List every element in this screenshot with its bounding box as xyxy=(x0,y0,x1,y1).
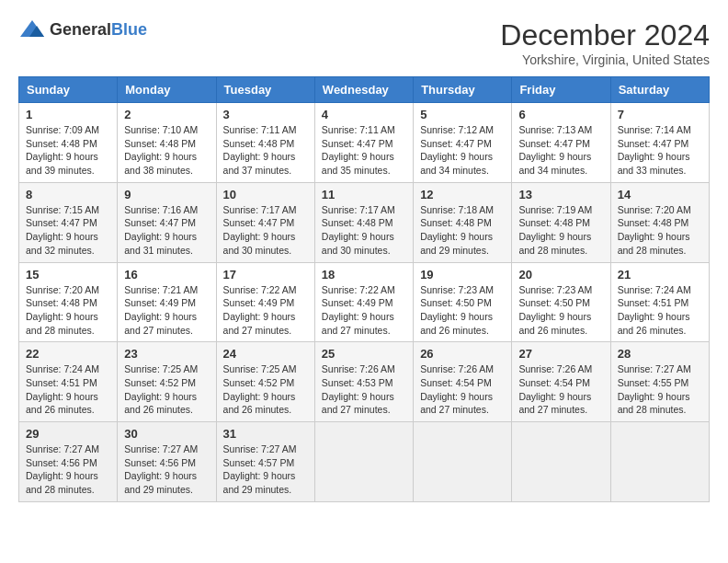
day-number: 5 xyxy=(420,108,505,121)
daylight-minutes: and 37 minutes. xyxy=(223,165,292,176)
calendar-cell: 7 Sunrise: 7:14 AM Sunset: 4:47 PM Dayli… xyxy=(610,103,709,183)
calendar-week-row: 15 Sunrise: 7:20 AM Sunset: 4:48 PM Dayl… xyxy=(19,262,710,342)
day-number: 25 xyxy=(322,347,406,361)
daylight-text: Daylight: 9 hours xyxy=(322,231,394,242)
daylight-text: Daylight: 9 hours xyxy=(420,231,493,242)
day-number: 8 xyxy=(26,188,110,201)
day-info: Sunrise: 7:26 AM Sunset: 4:53 PM Dayligh… xyxy=(322,362,406,417)
sunset-text: Sunset: 4:50 PM xyxy=(420,297,492,308)
daylight-text: Daylight: 9 hours xyxy=(26,311,98,322)
sunrise-text: Sunrise: 7:26 AM xyxy=(322,363,395,374)
day-info: Sunrise: 7:24 AM Sunset: 4:51 PM Dayligh… xyxy=(618,283,702,338)
daylight-minutes: and 33 minutes. xyxy=(618,165,687,176)
day-number: 14 xyxy=(618,188,702,201)
sunset-text: Sunset: 4:52 PM xyxy=(223,377,295,388)
calendar-cell: 20 Sunrise: 7:23 AM Sunset: 4:50 PM Dayl… xyxy=(512,262,610,342)
daylight-minutes: and 27 minutes. xyxy=(322,325,391,336)
day-info: Sunrise: 7:27 AM Sunset: 4:55 PM Dayligh… xyxy=(618,362,702,417)
logo: GeneralBlue xyxy=(18,18,147,40)
day-info: Sunrise: 7:11 AM Sunset: 4:48 PM Dayligh… xyxy=(223,123,308,178)
calendar-week-row: 22 Sunrise: 7:24 AM Sunset: 4:51 PM Dayl… xyxy=(19,342,710,422)
calendar-cell: 3 Sunrise: 7:11 AM Sunset: 4:48 PM Dayli… xyxy=(216,103,314,183)
sunset-text: Sunset: 4:51 PM xyxy=(618,297,689,308)
sunrise-text: Sunrise: 7:15 AM xyxy=(26,204,99,215)
day-info: Sunrise: 7:17 AM Sunset: 4:48 PM Dayligh… xyxy=(322,203,406,258)
sunrise-text: Sunrise: 7:12 AM xyxy=(420,124,494,135)
sunrise-text: Sunrise: 7:26 AM xyxy=(420,363,494,374)
sunrise-text: Sunrise: 7:25 AM xyxy=(223,363,297,374)
sunrise-text: Sunrise: 7:21 AM xyxy=(124,284,198,295)
day-number: 20 xyxy=(518,268,603,282)
day-header-thursday: Thursday xyxy=(414,77,512,103)
day-number: 28 xyxy=(618,347,702,361)
daylight-minutes: and 39 minutes. xyxy=(26,165,95,176)
daylight-minutes: and 27 minutes. xyxy=(518,404,587,415)
daylight-minutes: and 32 minutes. xyxy=(26,245,95,256)
day-number: 22 xyxy=(26,347,110,361)
sunset-text: Sunset: 4:54 PM xyxy=(518,377,590,388)
day-number: 29 xyxy=(26,427,110,441)
daylight-minutes: and 26 minutes. xyxy=(518,325,587,336)
calendar-cell: 18 Sunrise: 7:22 AM Sunset: 4:49 PM Dayl… xyxy=(314,262,413,342)
day-info: Sunrise: 7:15 AM Sunset: 4:47 PM Dayligh… xyxy=(26,203,110,258)
calendar-cell: 5 Sunrise: 7:12 AM Sunset: 4:47 PM Dayli… xyxy=(414,103,512,183)
sunset-text: Sunset: 4:49 PM xyxy=(124,297,196,308)
daylight-minutes: and 34 minutes. xyxy=(420,165,489,176)
day-header-friday: Friday xyxy=(512,77,610,103)
daylight-minutes: and 31 minutes. xyxy=(124,245,193,256)
day-number: 26 xyxy=(420,347,505,361)
sunset-text: Sunset: 4:49 PM xyxy=(223,297,295,308)
sunrise-text: Sunrise: 7:11 AM xyxy=(322,124,395,135)
calendar: SundayMondayTuesdayWednesdayThursdayFrid… xyxy=(18,76,710,502)
calendar-week-row: 29 Sunrise: 7:27 AM Sunset: 4:56 PM Dayl… xyxy=(19,422,710,502)
sunrise-text: Sunrise: 7:27 AM xyxy=(26,443,99,454)
sunset-text: Sunset: 4:48 PM xyxy=(518,217,590,228)
daylight-text: Daylight: 9 hours xyxy=(124,311,197,322)
daylight-minutes: and 29 minutes. xyxy=(223,484,292,495)
daylight-minutes: and 28 minutes. xyxy=(618,245,687,256)
day-info: Sunrise: 7:24 AM Sunset: 4:51 PM Dayligh… xyxy=(26,362,110,417)
day-header-tuesday: Tuesday xyxy=(216,77,314,103)
sunrise-text: Sunrise: 7:25 AM xyxy=(124,363,198,374)
calendar-cell: 30 Sunrise: 7:27 AM Sunset: 4:56 PM Dayl… xyxy=(118,422,216,502)
sunset-text: Sunset: 4:48 PM xyxy=(420,217,492,228)
day-number: 31 xyxy=(223,427,308,441)
daylight-minutes: and 34 minutes. xyxy=(518,165,587,176)
sunset-text: Sunset: 4:47 PM xyxy=(618,138,689,149)
daylight-minutes: and 27 minutes. xyxy=(420,404,489,415)
day-number: 17 xyxy=(223,268,308,282)
daylight-text: Daylight: 9 hours xyxy=(124,151,197,162)
day-number: 30 xyxy=(124,427,209,441)
sunrise-text: Sunrise: 7:23 AM xyxy=(518,284,592,295)
day-number: 1 xyxy=(26,108,110,121)
calendar-week-row: 1 Sunrise: 7:09 AM Sunset: 4:48 PM Dayli… xyxy=(19,103,710,183)
day-number: 23 xyxy=(124,347,209,361)
daylight-minutes: and 29 minutes. xyxy=(420,245,489,256)
sunrise-text: Sunrise: 7:27 AM xyxy=(618,363,691,374)
day-info: Sunrise: 7:19 AM Sunset: 4:48 PM Dayligh… xyxy=(518,203,603,258)
daylight-minutes: and 26 minutes. xyxy=(420,325,489,336)
day-info: Sunrise: 7:23 AM Sunset: 4:50 PM Dayligh… xyxy=(518,283,603,338)
day-info: Sunrise: 7:23 AM Sunset: 4:50 PM Dayligh… xyxy=(420,283,505,338)
day-number: 27 xyxy=(518,347,603,361)
day-number: 21 xyxy=(618,268,702,282)
daylight-text: Daylight: 9 hours xyxy=(26,470,98,481)
daylight-text: Daylight: 9 hours xyxy=(223,391,296,402)
calendar-cell: 9 Sunrise: 7:16 AM Sunset: 4:47 PM Dayli… xyxy=(118,182,216,262)
calendar-cell: 23 Sunrise: 7:25 AM Sunset: 4:52 PM Dayl… xyxy=(118,342,216,422)
sunrise-text: Sunrise: 7:20 AM xyxy=(618,204,691,215)
day-number: 15 xyxy=(26,268,110,282)
sunset-text: Sunset: 4:55 PM xyxy=(618,377,689,388)
day-info: Sunrise: 7:26 AM Sunset: 4:54 PM Dayligh… xyxy=(420,362,505,417)
daylight-text: Daylight: 9 hours xyxy=(124,391,197,402)
day-info: Sunrise: 7:12 AM Sunset: 4:47 PM Dayligh… xyxy=(420,123,505,178)
daylight-text: Daylight: 9 hours xyxy=(26,391,98,402)
daylight-text: Daylight: 9 hours xyxy=(223,311,296,322)
daylight-text: Daylight: 9 hours xyxy=(322,311,394,322)
sunrise-text: Sunrise: 7:20 AM xyxy=(26,284,99,295)
sunrise-text: Sunrise: 7:27 AM xyxy=(223,443,297,454)
sunset-text: Sunset: 4:48 PM xyxy=(26,138,97,149)
calendar-cell: 29 Sunrise: 7:27 AM Sunset: 4:56 PM Dayl… xyxy=(19,422,118,502)
day-number: 24 xyxy=(223,347,308,361)
calendar-cell: 21 Sunrise: 7:24 AM Sunset: 4:51 PM Dayl… xyxy=(610,262,709,342)
